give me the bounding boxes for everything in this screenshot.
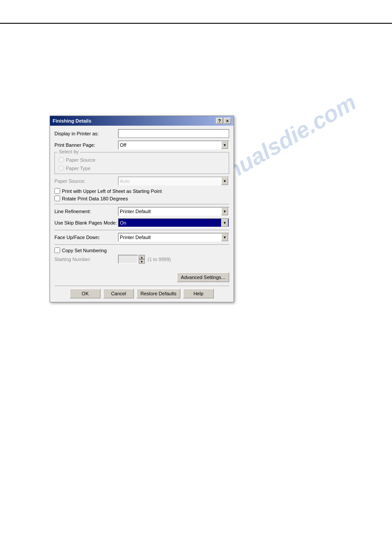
- paper-source-row: Paper Source: Auto ▼: [54, 177, 229, 185]
- copy-set-numbering-checkbox[interactable]: [54, 247, 60, 253]
- spinner-down-button[interactable]: ▼: [139, 259, 145, 264]
- skip-blank-pages-row: Use Skip Blank Pages Mode: On Off ▼: [54, 218, 229, 227]
- divider-1: [54, 204, 229, 204]
- radio-paper-type[interactable]: [58, 165, 64, 171]
- copy-set-numbering-label: Copy Set Numbering: [62, 248, 107, 253]
- skip-blank-pages-select[interactable]: On Off: [118, 218, 229, 227]
- radio-paper-type-row: Paper Type: [58, 165, 225, 171]
- starting-number-range: (1 to 9999): [147, 257, 171, 262]
- ok-button[interactable]: OK: [70, 289, 101, 298]
- print-banner-row: Print Banner Page: Off On ▼: [54, 141, 229, 149]
- radio-paper-source[interactable]: [58, 157, 64, 163]
- advanced-settings-row: Advanced Settings...: [54, 272, 229, 282]
- print-banner-select[interactable]: Off On: [118, 141, 229, 149]
- upper-left-label: Print with Upper Left of Sheet as Starti…: [62, 189, 162, 194]
- finishing-details-dialog: Finishing Details ? × Display in Printer…: [50, 116, 234, 302]
- face-up-select[interactable]: Printer Default: [118, 233, 229, 242]
- copy-set-numbering-row: Copy Set Numbering: [54, 247, 229, 253]
- face-up-select-wrapper: Printer Default ▼: [118, 233, 229, 242]
- line-refinement-select[interactable]: Printer Default: [118, 207, 229, 216]
- title-bar-buttons: ? ×: [216, 118, 231, 124]
- rotate-checkbox-row: Rotate Print Data 180 Degrees: [54, 196, 229, 201]
- rotate-label: Rotate Print Data 180 Degrees: [62, 196, 128, 201]
- skip-blank-pages-label: Use Skip Blank Pages Mode:: [54, 220, 118, 225]
- divider-3: [54, 244, 229, 245]
- dialog-content: Display in Printer as: Print Banner Page…: [50, 126, 234, 270]
- cancel-button[interactable]: Cancel: [103, 289, 134, 298]
- close-title-button[interactable]: ×: [224, 118, 231, 124]
- divider-2: [54, 230, 229, 230]
- dialog-title: Finishing Details: [53, 118, 91, 123]
- face-up-label: Face Up/Face Down:: [54, 235, 118, 240]
- paper-source-select-wrapper: Auto ▼: [118, 177, 229, 185]
- help-button[interactable]: Help: [183, 289, 214, 298]
- select-by-legend: Select by: [58, 149, 80, 154]
- print-banner-select-wrapper: Off On ▼: [118, 141, 229, 149]
- skip-blank-pages-select-wrapper: On Off ▼: [118, 218, 229, 227]
- starting-number-input[interactable]: [118, 255, 138, 264]
- radio-paper-source-row: Paper Source: [58, 157, 225, 163]
- help-title-button[interactable]: ?: [216, 118, 223, 124]
- upper-left-checkbox-row: Print with Upper Left of Sheet as Starti…: [54, 188, 229, 194]
- spinner-container: ▲ ▼: [139, 255, 145, 264]
- spinner-up-button[interactable]: ▲: [139, 255, 145, 259]
- rotate-checkbox[interactable]: [54, 196, 60, 201]
- footer-buttons: OK Cancel Restore Defaults Help: [54, 289, 229, 298]
- line-refinement-select-wrapper: Printer Default ▼: [118, 207, 229, 216]
- dialog-title-bar: Finishing Details ? ×: [50, 116, 234, 126]
- paper-source-select[interactable]: Auto: [118, 177, 229, 185]
- paper-source-label: Paper Source:: [54, 178, 118, 184]
- restore-defaults-button[interactable]: Restore Defaults: [137, 289, 180, 298]
- advanced-settings-button[interactable]: Advanced Settings...: [177, 272, 229, 282]
- footer-divider: [54, 286, 229, 286]
- line-refinement-row: Line Refinement: Printer Default ▼: [54, 207, 229, 216]
- starting-number-row: Starting Number: ▲ ▼ (1 to 9999): [54, 255, 229, 264]
- top-divider: [0, 23, 392, 24]
- face-up-row: Face Up/Face Down: Printer Default ▼: [54, 233, 229, 242]
- starting-number-label: Starting Number:: [54, 257, 118, 262]
- upper-left-checkbox[interactable]: [54, 188, 60, 194]
- display-in-printer-row: Display in Printer as:: [54, 129, 229, 138]
- radio-paper-source-label: Paper Source: [66, 157, 95, 163]
- select-by-group: Select by Paper Source Paper Type: [54, 152, 229, 174]
- print-banner-label: Print Banner Page:: [54, 142, 118, 148]
- dialog-footer: Advanced Settings... OK Cancel Restore D…: [50, 270, 234, 302]
- display-in-printer-input[interactable]: [118, 129, 229, 138]
- radio-paper-type-label: Paper Type: [66, 166, 90, 171]
- starting-number-input-wrapper: ▲ ▼ (1 to 9999): [118, 255, 171, 264]
- display-in-printer-label: Display in Printer as:: [54, 131, 118, 136]
- line-refinement-label: Line Refinement:: [54, 209, 118, 214]
